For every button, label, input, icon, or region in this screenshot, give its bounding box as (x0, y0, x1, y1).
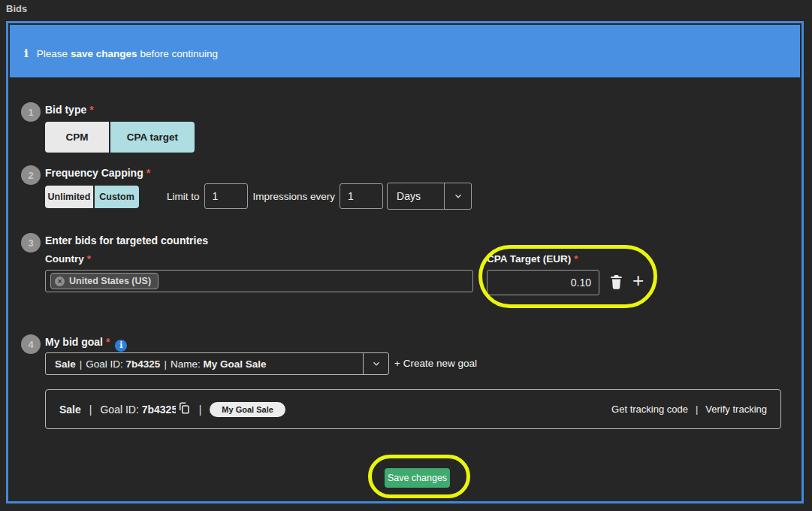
country-chip: ✕ United States (US) (50, 273, 158, 289)
copy-icon (177, 401, 191, 417)
frequency-toggle: Unlimited Custom (45, 186, 139, 208)
plus-icon: + (632, 269, 644, 292)
goal-detail-row: Sale | Goal ID: 7b4325 | My Goal Sale Ge… (45, 389, 781, 429)
step-3-badge: 3 (21, 233, 41, 252)
goal-id-value: 7b4325 (142, 404, 176, 416)
banner-text-prefix: Please (37, 48, 68, 59)
goal-type: Sale (59, 404, 81, 416)
delete-row-button[interactable] (609, 274, 623, 292)
step-3-number: 3 (28, 237, 33, 249)
bid-type-label: Bid type* (45, 104, 94, 116)
create-new-goal-link[interactable]: + Create new goal (394, 358, 477, 369)
country-label: Country* (45, 253, 91, 265)
goal-links: Get tracking code | Verify tracking (611, 404, 767, 415)
goal-id-label: Goal ID: (100, 404, 138, 416)
limit-to-label: Limit to (167, 191, 200, 202)
country-input[interactable]: ✕ United States (US) (45, 270, 473, 292)
frequency-settings-row: Limit to Impressions every Days (167, 183, 472, 210)
frequency-option-unlimited[interactable]: Unlimited (45, 186, 95, 208)
add-row-button[interactable]: + (632, 271, 644, 290)
banner-text-suffix: before continuing (140, 48, 219, 59)
frequency-option-custom[interactable]: Custom (95, 186, 139, 208)
step-1-number: 1 (28, 107, 33, 118)
cpa-target-label: CPA Target (EUR)* (487, 253, 578, 265)
required-asterisk: * (89, 104, 93, 116)
info-banner: i Please save changes before continuing (10, 25, 800, 77)
bid-type-toggle: CPM CPA target (45, 122, 195, 153)
get-tracking-code-link[interactable]: Get tracking code (611, 404, 688, 415)
bids-panel: i Please save changes before continuing … (6, 21, 804, 503)
step-4-badge: 4 (21, 334, 41, 354)
limit-input[interactable] (204, 183, 248, 209)
bid-goal-info-icon[interactable]: i (115, 340, 127, 352)
step-4-number: 4 (28, 339, 33, 350)
required-asterisk: * (87, 253, 91, 265)
required-asterisk: * (146, 167, 150, 179)
bid-type-option-cpm[interactable]: CPM (45, 122, 110, 153)
country-bids-label: Enter bids for targeted countries (45, 234, 208, 246)
impressions-every-input[interactable] (340, 183, 383, 209)
required-asterisk: * (106, 336, 110, 348)
copy-goal-id-button[interactable] (177, 401, 191, 417)
country-chip-label: United States (US) (69, 276, 151, 286)
frequency-capping-label: Frequency Capping* (45, 167, 150, 179)
step-2-number: 2 (28, 170, 33, 181)
step-1-badge: 1 (21, 102, 41, 122)
goal-select-value: Sale | Goal ID: 7b4325 | Name: My Goal S… (46, 353, 363, 374)
trash-icon (609, 281, 623, 292)
banner-text-bold: save changes (71, 48, 137, 59)
chevron-down-icon (444, 183, 471, 209)
period-select-value: Days (388, 183, 444, 209)
goal-select[interactable]: Sale | Goal ID: 7b4325 | Name: My Goal S… (45, 352, 389, 375)
period-select[interactable]: Days (387, 183, 472, 210)
required-asterisk: * (574, 253, 578, 265)
save-changes-button[interactable]: Save changes (385, 468, 450, 488)
page-title: Bids (6, 3, 27, 14)
bid-type-option-cpa-target[interactable]: CPA target (110, 122, 195, 153)
goal-name-badge: My Goal Sale (210, 402, 285, 417)
impressions-every-label: Impressions every (253, 191, 336, 202)
info-icon: i (24, 47, 29, 60)
verify-tracking-link[interactable]: Verify tracking (705, 404, 767, 415)
bid-goal-label: My bid goal*i (45, 336, 127, 352)
step-2-badge: 2 (21, 165, 41, 185)
chevron-down-icon (363, 353, 388, 374)
cpa-target-input[interactable] (487, 270, 599, 295)
remove-country-icon[interactable]: ✕ (55, 277, 65, 286)
